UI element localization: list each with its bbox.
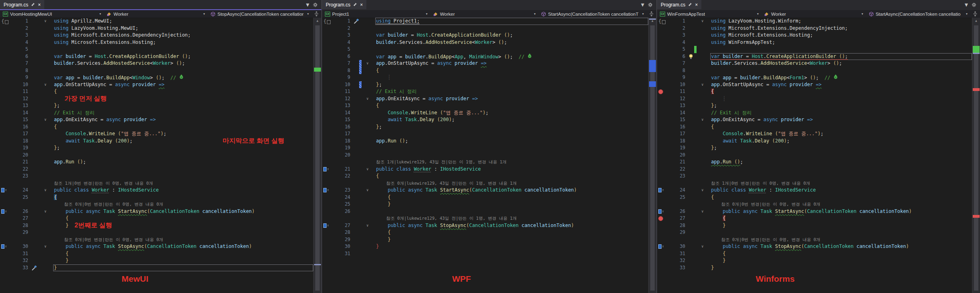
glyph-margin[interactable]: { — [0, 18, 10, 25]
glyph-margin[interactable] — [657, 194, 668, 201]
glyph-margin[interactable] — [657, 109, 668, 117]
glyph-margin[interactable] — [322, 60, 333, 67]
breakpoint-icon[interactable] — [658, 216, 663, 221]
nav-method-dropdown[interactable]: StopAsync(CancellationToken cancellatior… — [208, 10, 312, 18]
glyph-margin[interactable]: ↑ — [657, 187, 668, 194]
glyph-margin[interactable] — [0, 264, 10, 272]
glyph-margin[interactable] — [657, 95, 668, 103]
glyph-margin[interactable] — [657, 46, 668, 53]
glyph-margin[interactable]: { — [322, 18, 333, 25]
glyph-margin[interactable] — [0, 53, 10, 60]
split-editor-icon[interactable] — [647, 10, 656, 18]
glyph-margin[interactable] — [0, 257, 10, 264]
glyph-margin[interactable] — [322, 250, 333, 258]
glyph-margin[interactable] — [322, 46, 333, 53]
glyph-margin[interactable] — [0, 144, 10, 152]
glyph-margin[interactable] — [322, 53, 333, 60]
nav-method-dropdown[interactable]: StartAsync(CancellationToken cancellatio… — [866, 10, 970, 18]
fold-chevron-icon[interactable]: ∨ — [40, 208, 53, 215]
pin-icon[interactable] — [31, 2, 35, 7]
nav-method-dropdown[interactable]: StartAsync(CancellationToken cancellatio… — [538, 10, 647, 18]
fold-chevron-icon[interactable]: ∨ — [697, 243, 710, 250]
glyph-margin[interactable] — [657, 130, 668, 138]
glyph-margin[interactable] — [0, 32, 10, 39]
glyph-margin[interactable] — [322, 124, 333, 131]
codelens-text[interactable]: 참조 1개|0번 변경|만든 이 0명, 변경 내용 0개 — [53, 180, 313, 187]
glyph-margin[interactable] — [0, 124, 10, 131]
close-icon[interactable]: × — [38, 2, 41, 8]
glyph-margin[interactable] — [657, 116, 668, 124]
fold-chevron-icon[interactable]: ∨ — [362, 222, 375, 229]
codelens-text[interactable]: 참조 0개|0번 변경|만든 이 0명, 변경 내용 0개 — [53, 236, 313, 243]
glyph-margin[interactable] — [322, 144, 333, 152]
glyph-margin[interactable] — [0, 236, 10, 243]
glyph-margin[interactable] — [322, 74, 333, 81]
fold-chevron-icon[interactable]: ∨ — [362, 187, 375, 194]
glyph-margin[interactable] — [322, 208, 333, 215]
nav-project-dropdown[interactable]: C#Project1▾ — [322, 10, 430, 18]
glyph-margin[interactable] — [322, 180, 333, 187]
nav-project-dropdown[interactable]: C#VoomHostingMewUI▾ — [0, 10, 104, 18]
breakpoint-icon[interactable] — [658, 89, 663, 94]
glyph-margin[interactable] — [657, 39, 668, 46]
open-files-chevron-icon[interactable]: ▾ — [641, 1, 644, 8]
glyph-margin[interactable] — [322, 152, 333, 159]
glyph-margin[interactable] — [0, 138, 10, 145]
glyph-margin[interactable] — [657, 67, 668, 74]
glyph-margin[interactable] — [657, 138, 668, 145]
glyph-margin[interactable] — [657, 236, 668, 243]
glyph-margin[interactable] — [322, 102, 333, 109]
glyph-margin[interactable] — [657, 53, 668, 60]
vertical-scrollbar[interactable]: ▲ — [313, 18, 321, 293]
glyph-margin[interactable] — [657, 173, 668, 180]
glyph-margin[interactable] — [657, 74, 668, 81]
glyph-margin[interactable] — [657, 88, 668, 95]
glyph-margin[interactable] — [322, 88, 333, 95]
glyph-margin[interactable] — [657, 32, 668, 39]
vertical-scrollbar[interactable]: ▲ — [972, 18, 980, 293]
fold-chevron-icon[interactable]: ∨ — [697, 81, 710, 89]
nav-class-dropdown[interactable]: Worker▾ — [104, 10, 208, 18]
scrollbar-thumb[interactable] — [974, 25, 978, 291]
fold-chevron-icon[interactable]: ∨ — [40, 116, 53, 124]
fold-chevron-icon[interactable]: ∨ — [40, 187, 53, 194]
glyph-margin[interactable] — [322, 243, 333, 250]
nav-class-dropdown[interactable]: Worker▾ — [761, 10, 866, 18]
glyph-margin[interactable] — [657, 166, 668, 173]
glyph-margin[interactable]: ↑ — [0, 187, 10, 194]
scrollbar-thumb[interactable] — [315, 25, 320, 291]
glyph-margin[interactable] — [0, 180, 10, 187]
tab-program-cs[interactable]: Program.cs× — [322, 0, 366, 9]
glyph-margin[interactable] — [0, 81, 10, 89]
fold-chevron-icon[interactable]: ∨ — [40, 18, 53, 25]
glyph-margin[interactable] — [0, 95, 10, 103]
glyph-margin[interactable] — [657, 201, 668, 208]
open-files-chevron-icon[interactable]: ▾ — [306, 1, 309, 8]
glyph-margin[interactable] — [0, 102, 10, 109]
glyph-margin[interactable] — [657, 264, 668, 272]
scrollbar-up-icon[interactable]: ▲ — [972, 18, 980, 24]
glyph-margin[interactable] — [657, 222, 668, 229]
screwdriver-quick-action-icon[interactable] — [354, 19, 359, 24]
fold-chevron-icon[interactable]: ∨ — [697, 187, 710, 194]
glyph-margin[interactable] — [0, 39, 10, 46]
glyph-margin[interactable]: ↑ — [0, 243, 10, 250]
codelens-text[interactable]: 참조 1개|lukewire129, 43일 전|만든 이 1명, 변경 내용 … — [375, 159, 648, 166]
glyph-margin[interactable] — [322, 39, 333, 46]
glyph-margin[interactable] — [657, 250, 668, 258]
glyph-margin[interactable] — [657, 144, 668, 152]
glyph-margin[interactable] — [322, 67, 333, 74]
glyph-margin[interactable] — [322, 236, 333, 243]
glyph-margin[interactable] — [0, 215, 10, 222]
code-area[interactable]: {1using Project1;23var builder = Host.Cr… — [322, 18, 648, 293]
fold-chevron-icon[interactable]: ∨ — [697, 18, 710, 25]
settings-gear-icon[interactable] — [313, 2, 318, 7]
glyph-margin[interactable] — [322, 194, 333, 201]
pin-icon[interactable] — [353, 2, 357, 7]
glyph-margin[interactable] — [0, 173, 10, 180]
glyph-margin[interactable]: ↑ — [322, 166, 333, 173]
glyph-margin[interactable] — [322, 95, 333, 103]
glyph-margin[interactable] — [657, 102, 668, 109]
nav-project-dropdown[interactable]: C#WinFormsAppTest▾ — [657, 10, 761, 18]
glyph-margin[interactable] — [0, 88, 10, 95]
